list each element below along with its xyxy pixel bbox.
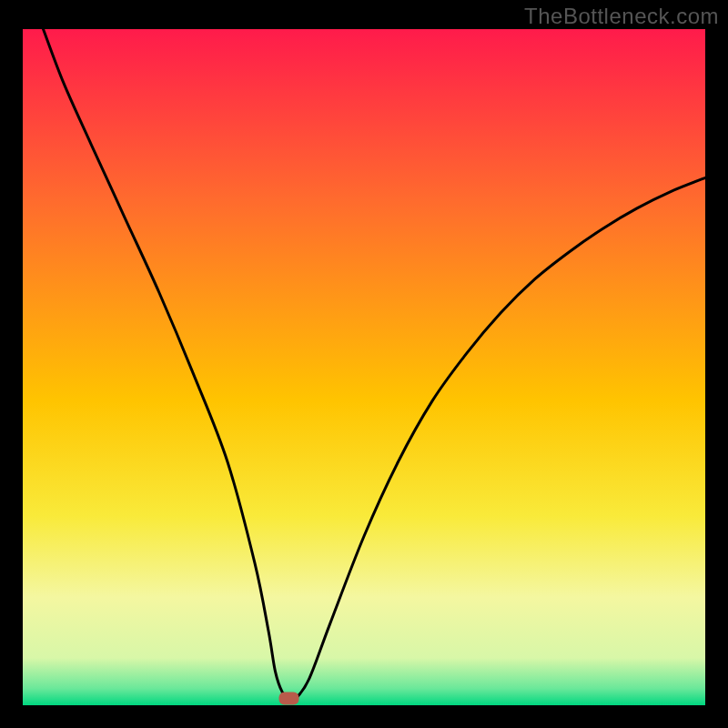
watermark-text: TheBottleneck.com <box>524 4 719 29</box>
plot-gradient-area <box>23 29 705 705</box>
chart-frame: TheBottleneck.com <box>0 0 728 728</box>
optimal-point-marker <box>279 693 299 705</box>
bottleneck-chart <box>0 0 728 728</box>
